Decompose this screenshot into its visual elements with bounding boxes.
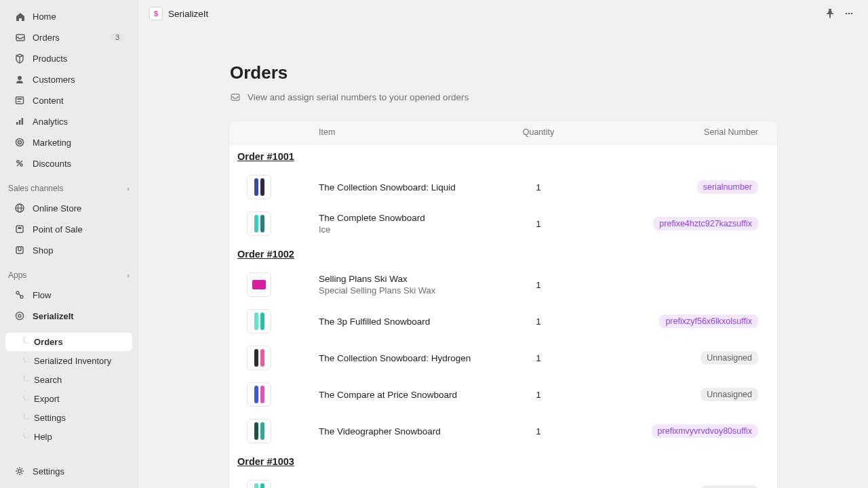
nav-marketing[interactable]: Marketing <box>5 132 132 152</box>
line-item-title: The Videographer Snowboard <box>319 426 484 436</box>
apps-header[interactable]: Apps› <box>0 266 138 284</box>
app-sub-search[interactable]: Search <box>5 371 132 389</box>
svg-rect-5 <box>16 122 18 125</box>
order-line[interactable]: Selling Plans Ski WaxSpecial Selling Pla… <box>229 266 777 303</box>
svg-line-13 <box>17 161 22 166</box>
line-item-qty: 1 <box>484 219 593 229</box>
order-line[interactable]: The 3p Fulfilled Snowboard1Unnasigned <box>229 474 777 488</box>
order-line[interactable]: The Compare at Price Snowboard1Unnasigne… <box>229 376 777 413</box>
nav-discounts[interactable]: Discounts <box>5 153 132 174</box>
nav-customers[interactable]: Customers <box>5 69 132 89</box>
order-line[interactable]: The Complete SnowboardIce1prefixe4hztc92… <box>229 205 777 242</box>
inbox-icon <box>230 92 241 102</box>
main: $ SerializeIt Orders View and assign ser… <box>138 0 868 488</box>
app-sub-orders[interactable]: Orders <box>5 333 132 351</box>
order-header[interactable]: Order #1001 <box>229 144 777 169</box>
svg-point-11 <box>17 161 19 163</box>
content-icon <box>14 94 26 106</box>
serial-chip-unassigned[interactable]: Unnasigned <box>701 351 758 365</box>
sales-channels-header[interactable]: Sales channels› <box>0 180 138 197</box>
serial-chip-unassigned[interactable]: Unnasigned <box>701 388 758 401</box>
nav-analytics[interactable]: Analytics <box>5 111 132 131</box>
svg-rect-18 <box>18 227 22 229</box>
svg-rect-2 <box>16 97 24 104</box>
product-thumbnail <box>247 480 271 488</box>
line-item-qty: 1 <box>484 426 593 436</box>
nav-flow[interactable]: Flow <box>5 285 132 305</box>
order-line[interactable]: The Collection Snowboard: Liquid1serialn… <box>229 169 777 205</box>
orders-table: Item Quantity Serial Number Order #1001T… <box>229 120 778 488</box>
flow-icon <box>14 289 26 301</box>
svg-point-12 <box>20 164 22 166</box>
line-item-title: Selling Plans Ski WaxSpecial Selling Pla… <box>319 274 484 296</box>
svg-rect-4 <box>18 101 21 102</box>
line-item-qty: 1 <box>484 280 593 290</box>
sidebar: HomeOrders3ProductsCustomersContentAnaly… <box>0 0 138 488</box>
svg-point-1 <box>18 76 22 80</box>
order-line[interactable]: The Collection Snowboard: Hydrogen1Unnas… <box>229 340 777 376</box>
app-sub-export[interactable]: Export <box>5 390 132 408</box>
serialize-icon <box>14 310 26 322</box>
app-sub-settings[interactable]: Settings <box>5 409 132 427</box>
marketing-icon <box>14 136 26 148</box>
line-item-title: The Complete SnowboardIce <box>319 213 484 235</box>
product-thumbnail <box>247 175 271 199</box>
serial-chip[interactable]: prefixmvyvrvdvoy80suffix <box>652 424 758 438</box>
app-sub-serialized-inventory[interactable]: Serialized Inventory <box>5 352 132 370</box>
nav-orders[interactable]: Orders3 <box>5 27 132 47</box>
nav-shop[interactable]: Shop <box>5 240 132 260</box>
svg-point-30 <box>848 13 850 15</box>
svg-rect-7 <box>22 118 23 125</box>
order-line[interactable]: The Videographer Snowboard1prefixmvyvrvd… <box>229 413 777 449</box>
svg-rect-3 <box>18 98 22 100</box>
table-header: Item Quantity Serial Number <box>229 121 777 144</box>
app-sub-help[interactable]: Help <box>5 428 132 446</box>
nav-settings[interactable]: Settings <box>5 461 132 481</box>
line-item-qty: 1 <box>484 390 593 400</box>
product-thumbnail <box>247 419 271 443</box>
svg-rect-19 <box>16 247 23 253</box>
product-thumbnail <box>247 211 271 236</box>
serial-chip-unassigned[interactable]: Unnasigned <box>701 485 758 488</box>
nav-products[interactable]: Products <box>5 48 132 68</box>
order-line[interactable]: The 3p Fulfilled Snowboard1prefixzyf56x6… <box>229 303 777 340</box>
svg-point-24 <box>18 470 22 473</box>
svg-rect-6 <box>19 120 21 125</box>
line-item-title: The Collection Snowboard: Hydrogen <box>319 353 484 363</box>
line-item-qty: 1 <box>484 317 593 327</box>
serial-chip[interactable]: prefixzyf56x6lkxolsuffix <box>659 314 758 328</box>
nav-online-store[interactable]: Online Store <box>5 198 132 218</box>
topbar: $ SerializeIt <box>138 0 868 27</box>
nav-developer-console[interactable]: Developer Console <box>5 482 132 488</box>
svg-point-20 <box>16 291 19 294</box>
page-subtitle: View and assign serial numbers to your o… <box>229 92 778 102</box>
more-button[interactable] <box>841 5 857 22</box>
svg-point-23 <box>18 314 21 317</box>
line-item-qty: 1 <box>484 182 593 192</box>
gear-icon <box>14 465 26 477</box>
products-icon <box>14 52 26 64</box>
pos-icon <box>14 223 26 235</box>
page-title: Orders <box>229 62 778 83</box>
chevron-right-icon: › <box>127 271 130 279</box>
chevron-right-icon: › <box>127 184 130 192</box>
svg-point-10 <box>19 142 20 143</box>
order-header[interactable]: Order #1003 <box>229 449 777 474</box>
pin-button[interactable] <box>822 5 838 22</box>
customers-icon <box>14 73 26 85</box>
product-thumbnail <box>247 272 271 297</box>
product-thumbnail <box>247 309 271 333</box>
nav-content[interactable]: Content <box>5 90 132 110</box>
line-item-variant: Special Selling Plans Ski Wax <box>319 285 484 296</box>
nav-serializeit[interactable]: SerializeIt <box>5 306 132 326</box>
product-thumbnail <box>247 346 271 370</box>
home-icon <box>14 10 26 22</box>
nav-home[interactable]: Home <box>5 6 132 26</box>
line-item-qty: 1 <box>484 353 593 363</box>
svg-point-21 <box>20 296 23 298</box>
order-header[interactable]: Order #1002 <box>229 242 777 266</box>
serial-chip[interactable]: serialnumber <box>697 180 758 194</box>
nav-point-of-sale[interactable]: Point of Sale <box>5 219 132 239</box>
serial-chip[interactable]: prefixe4hztc927kazsuffix <box>653 217 758 230</box>
app-title: SerializeIt <box>168 9 208 19</box>
